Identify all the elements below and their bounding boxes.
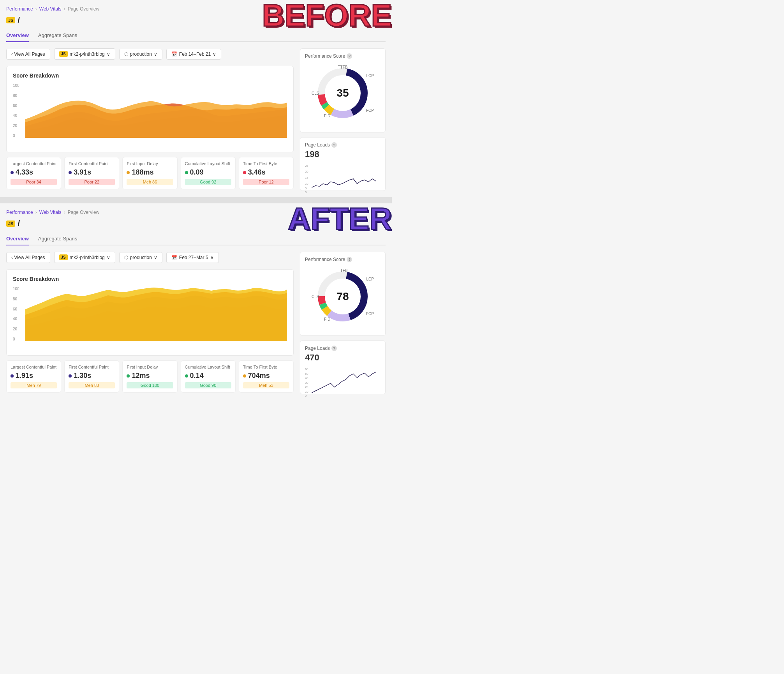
project-selector[interactable]: JS mk2-p4nth3rblog ∨ bbox=[54, 48, 115, 60]
after-metric-ttfb-value: 704ms bbox=[243, 372, 289, 380]
after-metric-fcp-score: Meh 83 bbox=[69, 382, 115, 388]
metric-fid: First Input Delay 188ms Meh 86 bbox=[122, 157, 177, 189]
after-ttfb-label: TTFB bbox=[338, 268, 348, 273]
after-metric-fid-value: 12ms bbox=[127, 372, 173, 380]
metric-lcp-label: Largest Contentful Paint bbox=[11, 161, 57, 166]
mini-chart: 25 20 15 10 5 0 bbox=[305, 162, 381, 186]
after-metric-ttfb: Time To First Byte 704ms Meh 53 bbox=[239, 360, 294, 393]
metric-ttfb-label: Time To First Byte bbox=[243, 161, 289, 166]
fid-label: FID bbox=[324, 114, 330, 118]
perf-score-card: Performance Score ? bbox=[300, 48, 386, 132]
chart-y-axis: 100 80 60 40 20 0 bbox=[13, 83, 24, 138]
perf-score-title: Performance Score ? bbox=[305, 53, 381, 59]
metric-fid-dot bbox=[127, 171, 130, 174]
chevron-down-icon3: ∨ bbox=[213, 51, 216, 57]
after-section: AFTER Performance › Web Vitals › Page Ov… bbox=[0, 203, 392, 401]
score-chart: 100 80 60 40 20 0 bbox=[13, 83, 287, 146]
env-icon: ⬡ bbox=[124, 51, 128, 57]
page-loads-card: Page Loads ? 198 25 20 15 10 5 0 bbox=[300, 137, 386, 191]
after-metric-ttfb-dot bbox=[243, 374, 246, 378]
score-breakdown-title: Score Breakdown bbox=[13, 72, 287, 79]
after-date-selector[interactable]: 📅 Feb 27–Mar 5 ∨ bbox=[166, 252, 219, 263]
chart-svg-area bbox=[25, 83, 287, 138]
after-score-breakdown-card: Score Breakdown 100 80 60 40 20 0 bbox=[6, 269, 294, 356]
before-section: BEFORE Performance › Web Vitals › Page O… bbox=[0, 0, 392, 197]
after-chart-svg-area bbox=[25, 287, 287, 341]
calendar-icon: 📅 bbox=[171, 51, 177, 57]
after-page-title-text: / bbox=[18, 219, 20, 228]
js-badge: JS bbox=[6, 17, 15, 23]
after-metric-lcp-score: Meh 79 bbox=[11, 382, 57, 388]
after-chart-y-axis: 100 80 60 40 20 0 bbox=[13, 287, 24, 341]
metric-fcp: First Contentful Paint 3.91s Poor 22 bbox=[64, 157, 119, 189]
after-fcp-label: FCP bbox=[366, 312, 374, 316]
after-breadcrumb-current: Page Overview bbox=[68, 210, 99, 215]
metric-fcp-label: First Contentful Paint bbox=[69, 161, 115, 166]
after-metric-fcp-dot bbox=[69, 374, 72, 378]
metric-fcp-score: Poor 22 bbox=[69, 179, 115, 185]
after-donut-chart: 78 TTFB LCP FCP CLS FID bbox=[312, 265, 374, 328]
metric-lcp-value: 4.33s bbox=[11, 168, 57, 176]
env-selector[interactable]: ⬡ production ∨ bbox=[119, 49, 162, 60]
after-js-badge: JS bbox=[6, 221, 15, 227]
score-breakdown-card: Score Breakdown 100 80 60 40 20 0 bbox=[6, 66, 294, 152]
metric-ttfb-score: Poor 12 bbox=[243, 179, 289, 185]
page-loads-title: Page Loads ? bbox=[305, 142, 381, 148]
after-calendar-icon: 📅 bbox=[171, 255, 177, 260]
breadcrumb-webvitals[interactable]: Web Vitals bbox=[39, 6, 62, 12]
svg-text:60: 60 bbox=[305, 367, 308, 371]
after-env-selector[interactable]: ⬡ production ∨ bbox=[119, 252, 162, 263]
svg-text:15: 15 bbox=[305, 176, 308, 180]
after-view-all-pages-button[interactable]: ‹ View All Pages bbox=[6, 252, 50, 263]
after-metric-fid: First Input Delay 12ms Good 100 bbox=[122, 360, 177, 393]
after-metric-fid-label: First Input Delay bbox=[127, 365, 173, 369]
metric-cls: Cumulative Layout Shift 0.09 Good 92 bbox=[181, 157, 236, 189]
after-metric-lcp-dot bbox=[11, 374, 14, 378]
tab-overview[interactable]: Overview bbox=[6, 29, 29, 42]
after-env-icon: ⬡ bbox=[124, 255, 128, 260]
breadcrumb-performance[interactable]: Performance bbox=[6, 6, 33, 12]
after-metric-cls-label: Cumulative Layout Shift bbox=[185, 365, 231, 369]
after-metric-fid-score: Good 100 bbox=[127, 382, 173, 388]
breadcrumb-current: Page Overview bbox=[68, 6, 99, 12]
tab-aggregate-spans[interactable]: Aggregate Spans bbox=[38, 29, 77, 42]
after-toolbar: ‹ View All Pages JS mk2-p4nth3rblog ∨ ⬡ … bbox=[6, 252, 294, 263]
view-all-pages-button[interactable]: ‹ View All Pages bbox=[6, 49, 50, 60]
svg-text:50: 50 bbox=[305, 372, 308, 376]
metric-fid-label: First Input Delay bbox=[127, 161, 173, 166]
left-panel: ‹ View All Pages JS mk2-p4nth3rblog ∨ ⬡ … bbox=[6, 48, 294, 191]
toolbar: ‹ View All Pages JS mk2-p4nth3rblog ∨ ⬡ … bbox=[6, 48, 294, 60]
question-icon2: ? bbox=[331, 142, 337, 148]
after-tab-aggregate-spans[interactable]: Aggregate Spans bbox=[38, 233, 77, 245]
after-metric-cls-score: Good 90 bbox=[185, 382, 231, 388]
after-metric-lcp-value: 1.91s bbox=[11, 372, 57, 380]
page-title-text: / bbox=[18, 16, 20, 25]
metric-cls-dot bbox=[185, 171, 188, 174]
after-label: AFTER bbox=[288, 203, 392, 235]
metric-cls-label: Cumulative Layout Shift bbox=[185, 161, 231, 166]
metric-fcp-dot bbox=[69, 171, 72, 174]
after-project-selector[interactable]: JS mk2-p4nth3rblog ∨ bbox=[54, 252, 115, 263]
after-metric-fcp-value: 1.30s bbox=[69, 372, 115, 380]
after-main-area: ‹ View All Pages JS mk2-p4nth3rblog ∨ ⬡ … bbox=[6, 252, 386, 394]
after-perf-score-card: Performance Score ? bbox=[300, 252, 386, 336]
after-score-breakdown-title: Score Breakdown bbox=[13, 276, 287, 282]
after-tab-overview[interactable]: Overview bbox=[6, 233, 29, 245]
fcp-label: FCP bbox=[366, 108, 374, 113]
svg-text:40: 40 bbox=[305, 376, 308, 380]
after-breadcrumb-webvitals[interactable]: Web Vitals bbox=[39, 210, 62, 215]
after-lcp-label: LCP bbox=[366, 277, 374, 281]
after-perf-score-title: Performance Score ? bbox=[305, 257, 381, 262]
after-fid-label: FID bbox=[324, 317, 330, 321]
after-metric-fid-dot bbox=[127, 374, 130, 378]
project-js-badge: JS bbox=[59, 51, 68, 57]
date-selector[interactable]: 📅 Feb 14–Feb 21 ∨ bbox=[166, 49, 221, 60]
after-chevron-down-icon3: ∨ bbox=[210, 255, 214, 260]
svg-text:5: 5 bbox=[305, 187, 307, 190]
svg-text:10: 10 bbox=[305, 182, 308, 185]
after-breadcrumb-performance[interactable]: Performance bbox=[6, 210, 33, 215]
metric-cls-score: Good 92 bbox=[185, 179, 231, 185]
after-metric-lcp-label: Largest Contentful Paint bbox=[11, 365, 57, 369]
after-page-loads-value: 470 bbox=[305, 353, 381, 363]
after-cls-label: CLS bbox=[312, 295, 319, 299]
